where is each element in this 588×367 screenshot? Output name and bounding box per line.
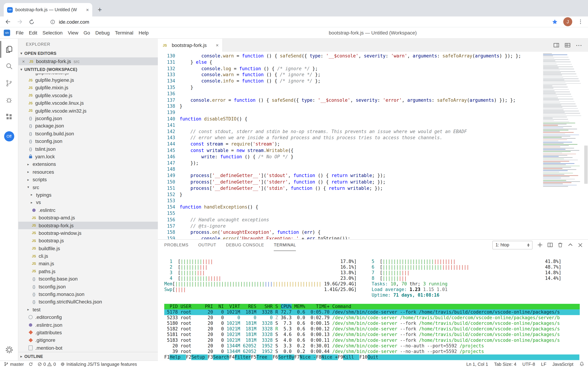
cursor-position[interactable]: Ln 1, Col 1 [466, 362, 488, 367]
url-text[interactable]: ide.coder.com [59, 19, 89, 25]
tree-item-gulpfile.hygiene.js[interactable]: JSgulpfile.hygiene.js [18, 76, 158, 84]
tree-item-yarn.lock[interactable]: yarn.lock [18, 153, 158, 161]
outline-header[interactable]: ▸ OUTLINE [18, 352, 158, 360]
tree-item-.mention-bot[interactable]: .mention-bot [18, 344, 158, 352]
split-terminal-icon[interactable] [547, 242, 553, 248]
fkey-F7[interactable]: F7 [294, 354, 300, 360]
tree-item-.gitattributes[interactable]: .gitattributes [18, 329, 158, 336]
browser-tab[interactable]: </> bootstrap-fork.js — Untitled (W × [4, 3, 92, 17]
browser-menu-icon[interactable] [578, 19, 583, 25]
fkey-F8[interactable]: F8 [316, 354, 321, 360]
fkey-label-F3[interactable]: Search [213, 354, 229, 360]
menu-view[interactable]: View [65, 30, 81, 35]
editor-scrollbar[interactable] [584, 145, 588, 184]
terminal-select[interactable]: 1: htop [492, 241, 532, 249]
editor-tab-bootstrap-fork[interactable]: JS bootstrap-fork.js × [158, 39, 223, 52]
process-row-5233[interactable]: 5233 root 20 0 0 0 0 Z 36.3 0.0 0:02.79 … [164, 315, 580, 320]
panel-tab-debug-console[interactable]: DEBUG CONSOLE [226, 240, 264, 250]
code-editor[interactable]: 130 console.warn = function () { safeSen… [158, 52, 588, 239]
tab-close-icon[interactable]: × [86, 7, 89, 12]
fkey-F9[interactable]: F9 [338, 354, 343, 360]
process-row-5178[interactable]: 5178 root 20 0 1021M 181M 3328 R 72.7 0.… [164, 309, 580, 315]
process-row-5183[interactable]: 5183 root 20 0 1021M 181M 3328 S 4.0 0.6… [164, 337, 580, 343]
process-row-20[interactable]: 20 root 20 0 1344M 62052 1952 S 3.3 0.2 … [164, 343, 580, 349]
tree-item-bootstrap-fork.js[interactable]: JSbootstrap-fork.js [18, 222, 158, 229]
menu-help[interactable]: Help [136, 30, 151, 35]
fkey-label-F9[interactable]: Kill [343, 354, 359, 360]
open-editors-header[interactable]: ▾ OPEN EDITORS [18, 49, 158, 58]
fkey-label-F6[interactable]: SortBy [278, 354, 294, 360]
tree-item-tsconfig.base.json[interactable]: {}tsconfig.base.json [18, 275, 158, 283]
off-toggle-badge[interactable]: Off [4, 131, 14, 142]
extensions-icon[interactable] [0, 108, 18, 125]
tree-item-test[interactable]: ▸test [18, 306, 158, 313]
refresh-button[interactable] [29, 18, 35, 25]
problems-indicator[interactable]: 0 0 [37, 362, 56, 367]
minimap[interactable] [543, 53, 583, 187]
source-control-icon[interactable] [0, 75, 18, 92]
open-editor-item[interactable]: × JS bootstrap-fork.js src [18, 58, 158, 65]
fkey-label-F5[interactable]: Tree [257, 354, 273, 360]
fkey-label-F8[interactable]: Nice + [321, 354, 338, 360]
fkey-label-F2[interactable]: Setup [191, 354, 208, 360]
tree-item-jsconfig.json[interactable]: {}jsconfig.json [18, 115, 158, 122]
tree-item-buildfile.js[interactable]: JSbuildfile.js [18, 245, 158, 252]
menu-go[interactable]: Go [81, 30, 93, 35]
kill-terminal-icon[interactable] [557, 242, 563, 248]
tree-item-tsconfig.json[interactable]: {}tsconfig.json [18, 283, 158, 291]
tree-item-extensions[interactable]: ▸extensions [18, 160, 158, 168]
bookmark-star-icon[interactable] [552, 18, 558, 25]
maximize-panel-icon[interactable] [568, 242, 573, 248]
menu-file[interactable]: File [13, 30, 26, 35]
fkey-F10[interactable]: F10 [359, 354, 367, 360]
panel-tab-terminal[interactable]: TERMINAL [274, 240, 296, 251]
tree-item-bootstrap-amd.js[interactable]: JSbootstrap-amd.js [18, 214, 158, 222]
tree-item-tsconfig.strictNullChecks.json[interactable]: {}tsconfig.strictNullChecks.json [18, 298, 158, 306]
close-panel-icon[interactable] [578, 242, 583, 247]
language-mode[interactable]: JavaScript [552, 362, 573, 367]
tree-item-gulpfile.vscode.linux.js[interactable]: JSgulpfile.vscode.linux.js [18, 99, 158, 107]
tree-item-package.json[interactable]: {}package.json [18, 122, 158, 130]
fkey-label-F7[interactable]: Nice - [300, 354, 316, 360]
fkey-F2[interactable]: F2 [186, 354, 191, 360]
tree-item-src[interactable]: ▾src [18, 183, 158, 191]
address-bar[interactable]: ide.coder.com [50, 19, 552, 25]
tree-item-bootstrap-window.js[interactable]: JSbootstrap-window.js [18, 229, 158, 237]
fkey-F1[interactable]: F1 [164, 354, 170, 360]
fkey-F5[interactable]: F5 [251, 354, 257, 360]
status-message[interactable]: Initializing JS/TS language features [60, 362, 137, 367]
fkey-F6[interactable]: F6 [273, 354, 278, 360]
fkey-label-F1[interactable]: Help [170, 354, 186, 360]
tree-item-tsconfig.monaco.json[interactable]: {}tsconfig.monaco.json [18, 291, 158, 298]
workspace-header[interactable]: ▾ UNTITLED (WORKSPACE) [18, 65, 158, 74]
fkey-F4[interactable]: F4 [229, 354, 235, 360]
tree-item-scripts[interactable]: ▸scripts [18, 176, 158, 184]
tree-item-main.js[interactable]: JSmain.js [18, 260, 158, 267]
profile-avatar[interactable]: J [563, 17, 572, 26]
terminal-output[interactable]: 1 [|||||||||||| 17.8%] 2 [|||||||||| 16.… [158, 250, 588, 361]
eol[interactable]: LF [541, 362, 546, 367]
settings-gear-icon[interactable] [0, 341, 18, 358]
new-terminal-icon[interactable] [538, 242, 543, 248]
process-row-39[interactable]: 39 root 20 0 1344M 62052 1952 S 0.0 0.2 … [164, 349, 580, 354]
tree-item-bootstrap.js[interactable]: JSbootstrap.js [18, 237, 158, 245]
tree-item-tsconfig.build.json[interactable]: {}tsconfig.build.json [18, 130, 158, 137]
fkey-label-F10[interactable]: Quit [367, 354, 378, 360]
tree-item-gulpfile.vscode.win32.js[interactable]: JSgulpfile.vscode.win32.js [18, 107, 158, 115]
close-icon[interactable]: × [22, 59, 28, 64]
process-row-5180[interactable]: 5180 root 20 0 1021M 181M 3328 S 7.3 0.6… [164, 321, 580, 326]
tab-close-icon[interactable]: × [216, 42, 219, 48]
tree-item-.eslintrc[interactable]: .eslintrc [18, 206, 158, 214]
forward-button[interactable] [17, 18, 23, 25]
tree-item-typings[interactable]: ▸typings [18, 191, 158, 199]
search-icon[interactable] [0, 58, 18, 75]
panel-tab-problems[interactable]: PROBLEMS [164, 240, 189, 250]
tree-item-.eslintrc.json[interactable]: .eslintrc.json [18, 321, 158, 329]
panel-tab-output[interactable]: OUTPUT [198, 240, 216, 250]
debug-icon[interactable] [0, 92, 18, 108]
notifications-bell-icon[interactable] [580, 362, 584, 367]
tree-item-gulpfile.vscode.js[interactable]: JSgulpfile.vscode.js [18, 92, 158, 99]
tree-item-cli.js[interactable]: JScli.js [18, 252, 158, 260]
tree-item-paths.js[interactable]: JSpaths.js [18, 267, 158, 275]
page-info-icon[interactable] [50, 19, 56, 25]
